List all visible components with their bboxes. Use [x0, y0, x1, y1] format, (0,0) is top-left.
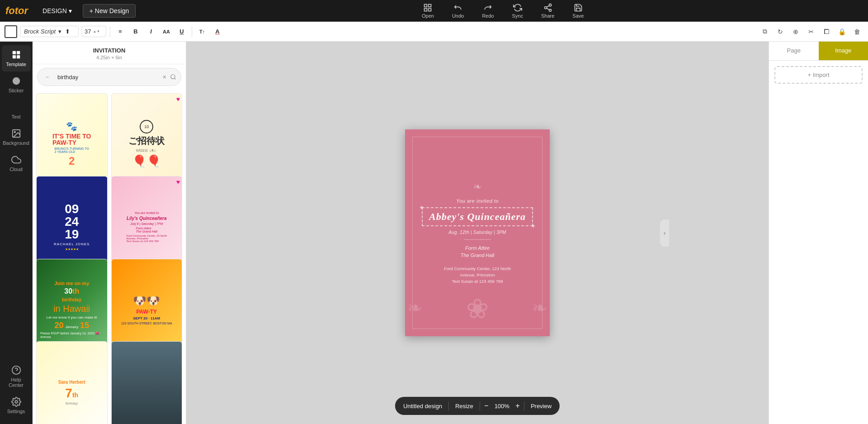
underline-button[interactable]: U	[175, 25, 188, 38]
open-button[interactable]: Open	[418, 1, 438, 20]
zoom-level: 100%	[493, 403, 511, 410]
aa-button[interactable]: AA	[160, 25, 173, 38]
color-text-button[interactable]: A	[211, 25, 224, 38]
save-button[interactable]: Save	[569, 1, 587, 20]
clear-search-button[interactable]: ×	[163, 73, 166, 81]
panel-header: INVITATION 4.25in × 6in	[33, 42, 186, 64]
top-fleur: ❧	[473, 181, 481, 193]
design-canvas[interactable]: ❧ ❧ ❀ ❧ You are invited to Abbey's Quinc…	[405, 129, 550, 336]
left-sidebar: Template Sticker Text Background Cloud H…	[0, 42, 33, 424]
italic-button[interactable]: I	[145, 25, 157, 38]
right-tabs: Page Image	[769, 42, 868, 61]
panel-search: ← ×	[37, 68, 181, 86]
font-size-input[interactable]: 37 ▲▼	[81, 26, 106, 37]
right-sidebar: Page Image + Import	[769, 42, 868, 424]
bottom-bar: Untitled design Resize − 100% + Preview	[395, 397, 560, 415]
sidebar-item-settings[interactable]: Settings	[2, 392, 31, 419]
svg-line-19	[175, 78, 176, 80]
top-bar: fotor DESIGN ▾ + New Design Open Undo Re…	[0, 0, 868, 22]
delete-button[interactable]: 🗑	[851, 25, 863, 38]
svg-rect-12	[16, 55, 19, 58]
format-right-actions: ⧉ ↻ ⊕ ✂ ⧠ 🔒 🗑	[759, 25, 863, 38]
bookmark-icon: ♥	[176, 95, 180, 103]
sidebar-bottom: Help Center Settings	[2, 361, 31, 424]
sidebar-item-cloud[interactable]: Cloud	[2, 150, 31, 176]
svg-point-15	[14, 131, 15, 133]
svg-point-5	[544, 6, 547, 9]
invited-text: You are invited to	[456, 198, 499, 204]
svg-rect-9	[12, 51, 15, 54]
svg-point-18	[171, 75, 175, 79]
cut-button[interactable]: ✂	[805, 25, 817, 38]
tab-image[interactable]: Image	[819, 42, 868, 60]
canvas-divider	[464, 239, 491, 240]
sidebar-item-text[interactable]: Text	[2, 98, 31, 124]
canvas-area: ❧ ❧ ❀ ❧ You are invited to Abbey's Quinc…	[186, 42, 769, 424]
format-bar: Brock Script ▾ ⬆ 37 ▲▼ ≡ B I AA U T↑ A ⧉…	[0, 22, 868, 42]
panel-title: INVITATION	[38, 47, 180, 54]
design-mode-button[interactable]: DESIGN ▾	[39, 5, 75, 16]
template-card[interactable]: please join us to celebrate MIKE HERBERT…	[111, 341, 183, 424]
app-logo: fotor	[5, 5, 28, 17]
title-wrapper[interactable]: Abbey's Quinceañera	[422, 207, 533, 226]
preview-button[interactable]: Preview	[524, 397, 558, 415]
canvas-title: Abbey's Quinceañera	[429, 211, 526, 223]
canvas-address: Ford Community Center, 123 North Avenue,…	[444, 266, 511, 285]
canvas-attire: Form Attire The Grand Hall	[461, 244, 495, 259]
sync-button[interactable]: Sync	[508, 1, 526, 20]
new-design-button[interactable]: + New Design	[83, 4, 136, 18]
lock-button[interactable]: 🔒	[835, 25, 848, 38]
svg-rect-0	[425, 4, 427, 7]
search-button[interactable]	[170, 74, 176, 80]
svg-point-4	[549, 4, 551, 6]
search-input[interactable]	[57, 74, 159, 81]
sidebar-item-help[interactable]: Help Center	[2, 361, 31, 392]
design-name[interactable]: Untitled design	[397, 397, 448, 415]
refresh-button[interactable]: ↻	[774, 25, 787, 38]
svg-rect-10	[16, 51, 19, 54]
font-selector[interactable]: Brock Script ▾ ⬆	[20, 26, 79, 37]
bookmark-icon: ♥	[176, 178, 180, 186]
template-panel: INVITATION 4.25in × 6in ← × 🐾 IT'S TIME …	[33, 42, 186, 424]
tab-page[interactable]: Page	[769, 42, 819, 60]
svg-rect-11	[12, 55, 15, 58]
sidebar-item-background[interactable]: Background	[2, 124, 31, 150]
panel-subtitle: 4.25in × 6in	[38, 55, 180, 60]
main-content: Template Sticker Text Background Cloud H…	[0, 42, 868, 424]
topbar-actions: Open Undo Redo Sync Share Save	[143, 1, 863, 20]
transform-button[interactable]: T↑	[196, 25, 208, 38]
template-card[interactable]: Sara Herbert 7th Birthday!	[36, 341, 108, 424]
undo-button[interactable]: Undo	[448, 1, 467, 20]
back-button[interactable]: ←	[42, 71, 54, 83]
zoom-out-button[interactable]: −	[480, 400, 493, 412]
canvas-date: Aug. 12th | Saturday | 3PM	[448, 230, 506, 235]
canvas-content: ❧ You are invited to Abbey's Quinceañera…	[405, 129, 550, 336]
svg-rect-2	[425, 8, 427, 11]
align-button[interactable]: ≡	[114, 25, 127, 38]
svg-line-7	[547, 8, 549, 10]
color-swatch[interactable]	[5, 25, 17, 38]
import-button[interactable]: + Import	[774, 66, 863, 84]
sidebar-item-template[interactable]: Template	[2, 45, 31, 71]
svg-rect-3	[429, 8, 431, 11]
resize-button[interactable]: Resize	[449, 397, 480, 415]
bold-button[interactable]: B	[129, 25, 142, 38]
zoom-fit-button[interactable]: ⊕	[789, 25, 802, 38]
layers-button[interactable]: ⧠	[820, 25, 833, 38]
svg-point-17	[15, 400, 18, 403]
scroll-indicator[interactable]: ›	[660, 219, 669, 247]
redo-button[interactable]: Redo	[478, 1, 497, 20]
template-grid: 🐾 IT'S TIME TOPAW-TY BRUNO'S TURNING TO2…	[33, 90, 186, 424]
zoom-in-button[interactable]: +	[511, 400, 524, 412]
share-button[interactable]: Share	[538, 1, 558, 20]
duplicate-button[interactable]: ⧉	[759, 25, 771, 38]
svg-line-8	[547, 5, 549, 7]
svg-point-6	[549, 9, 551, 11]
sidebar-item-sticker[interactable]: Sticker	[2, 71, 31, 98]
svg-rect-1	[429, 4, 431, 7]
